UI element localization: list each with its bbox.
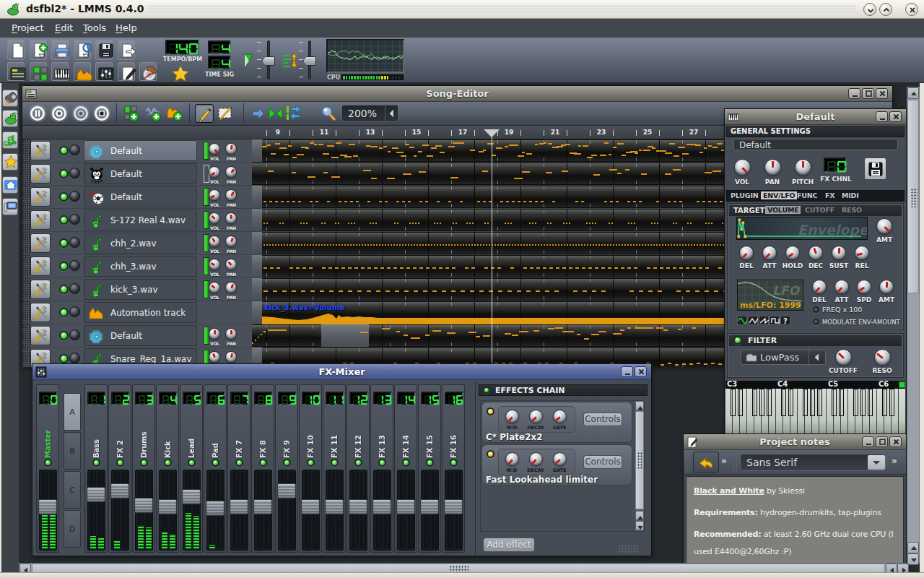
ws-scroll-down-button[interactable] [907, 553, 919, 565]
channel-label[interactable]: FX 10 [307, 409, 315, 458]
channel-fader-handle[interactable] [87, 487, 105, 502]
pattern-segment[interactable] [252, 324, 321, 347]
track-solo-knob[interactable] [69, 283, 80, 294]
song-editor-window-maximize-button[interactable] [862, 88, 874, 99]
track-grip[interactable] [22, 232, 30, 254]
lfo-att-knob[interactable] [834, 280, 849, 294]
mixer-channel-fx-8[interactable]: FX 8 [251, 384, 274, 553]
lfo-graph[interactable]: LFO ms/LFO: 1999 [737, 280, 803, 311]
project-notes-window-maximize-button[interactable] [876, 436, 888, 447]
piano-white-key[interactable] [899, 389, 906, 434]
toggle-automation-editor-button[interactable] [74, 62, 91, 81]
sidebar-home-button[interactable] [2, 176, 18, 194]
channel-number-display[interactable] [373, 392, 392, 405]
piano-black-key[interactable] [759, 389, 764, 416]
channel-mute-led[interactable] [426, 459, 434, 467]
sidebar-instrument-plugins-button[interactable] [2, 90, 18, 107]
workspace-vertical-scrollbar[interactable] [907, 87, 920, 563]
close-button[interactable] [905, 3, 918, 16]
song-editor-window-minimize-button[interactable] [848, 88, 860, 99]
channel-mute-led[interactable] [92, 459, 100, 467]
channel-label[interactable]: Bass [92, 409, 100, 458]
add-effect-button[interactable]: Add effect [483, 538, 535, 552]
channel-label[interactable]: Pad [212, 409, 219, 458]
track-grip[interactable] [22, 255, 30, 277]
track-volume-knob[interactable] [209, 328, 220, 340]
lfo-shape-square-button[interactable] [770, 316, 780, 325]
sidebar-my-projects-button[interactable] [2, 110, 18, 127]
open-project-button[interactable] [30, 40, 47, 60]
ws-scroll-up-button[interactable] [907, 87, 919, 99]
add-bb-track-button[interactable] [122, 104, 141, 123]
toggle-piano-roll-button[interactable] [51, 62, 69, 81]
channel-fader-handle[interactable] [349, 499, 367, 514]
effect-1[interactable]: W/DDECAYGATEControlsC* Plate2x2 [481, 402, 632, 443]
channel-fader-handle[interactable] [277, 483, 296, 499]
bank-a-button[interactable]: A [64, 393, 81, 431]
lfo-shape-saw-button[interactable] [759, 316, 769, 325]
channel-number-display[interactable] [302, 392, 321, 405]
channel-label[interactable]: FX 9 [283, 409, 291, 458]
sidebar-samples-button[interactable] [2, 131, 18, 149]
toggle-song-editor-button[interactable] [7, 62, 25, 81]
piano-black-key[interactable] [889, 389, 894, 416]
piano-keyboard[interactable]: C3C4C5C6 [725, 381, 905, 437]
channel-number-display[interactable] [87, 392, 106, 405]
track-actions-button[interactable] [30, 187, 51, 207]
mixer-channel-master[interactable]: Master [36, 384, 59, 553]
filter-enabled-led[interactable] [733, 336, 742, 345]
track-mute-led[interactable] [59, 146, 69, 155]
lfo-modulate-led[interactable] [813, 319, 819, 325]
lfo-amt-knob[interactable] [879, 280, 894, 294]
chain-scroll-up-button[interactable] [635, 401, 644, 410]
channel-label[interactable]: Drums [140, 409, 148, 458]
new-project-button[interactable] [7, 40, 25, 60]
lfo-shape-sine-button[interactable] [737, 316, 747, 325]
instrument-vol-knob[interactable] [734, 159, 751, 176]
effect-knob-w-d[interactable] [505, 410, 519, 423]
piano-black-key[interactable] [817, 389, 822, 416]
channel-fader-handle[interactable] [372, 499, 391, 514]
chain-scroll-thumb[interactable] [635, 411, 644, 509]
add-automation-track-button[interactable] [165, 104, 184, 123]
effect-knob-decay[interactable] [529, 452, 543, 466]
channel-fader-handle[interactable] [158, 499, 177, 514]
track-solo-knob[interactable] [69, 214, 80, 225]
channel-label[interactable]: FX 14 [402, 409, 410, 458]
instrument-editor-window-minimize-button[interactable] [876, 111, 888, 122]
fx-channel-display[interactable] [824, 158, 847, 173]
track-grip[interactable] [22, 324, 30, 347]
tab-plugin[interactable]: PLUGIN [731, 191, 758, 199]
filter-reso-knob[interactable] [874, 349, 891, 366]
piano-black-key[interactable] [860, 389, 866, 416]
track-volume-knob[interactable] [209, 166, 220, 178]
channel-fader-handle[interactable] [444, 499, 463, 514]
project-notes-window-minimize-button[interactable] [862, 436, 874, 447]
zoom-level-combobox[interactable]: 200% [341, 105, 398, 122]
track-actions-button[interactable] [30, 280, 51, 299]
fx-mixer-window-minimize-button[interactable] [621, 366, 633, 377]
track-name-plate[interactable]: Default [84, 163, 197, 184]
track-solo-knob[interactable] [69, 168, 80, 178]
channel-fader-handle[interactable] [38, 499, 57, 514]
channel-number-display[interactable] [183, 392, 201, 405]
piano-black-key[interactable] [752, 389, 757, 416]
channel-fader-handle[interactable] [253, 499, 272, 514]
channel-number-display[interactable] [445, 392, 463, 405]
track-volume-knob[interactable] [209, 189, 220, 201]
track-mute-led[interactable] [59, 215, 69, 225]
print-button[interactable] [51, 40, 69, 60]
fx-mixer-resize-grip[interactable] [619, 545, 639, 553]
channel-mute-led[interactable] [354, 459, 362, 467]
font-combobox[interactable]: Sans Serif [740, 454, 886, 471]
channel-label[interactable]: Master [44, 409, 52, 458]
track-grip[interactable] [22, 163, 30, 185]
track-name-plate[interactable]: kick_3.wav [84, 279, 197, 300]
channel-label[interactable]: Lead [188, 409, 196, 458]
sidebar-presets-button[interactable] [2, 153, 18, 171]
track-mute-led[interactable] [59, 285, 69, 294]
mixer-channel-kick[interactable]: Kick [156, 384, 179, 553]
track-name-plate[interactable]: Default [84, 186, 197, 207]
effect-knob-decay[interactable] [529, 410, 543, 423]
mixer-channel-drums[interactable]: Drums [132, 384, 155, 553]
